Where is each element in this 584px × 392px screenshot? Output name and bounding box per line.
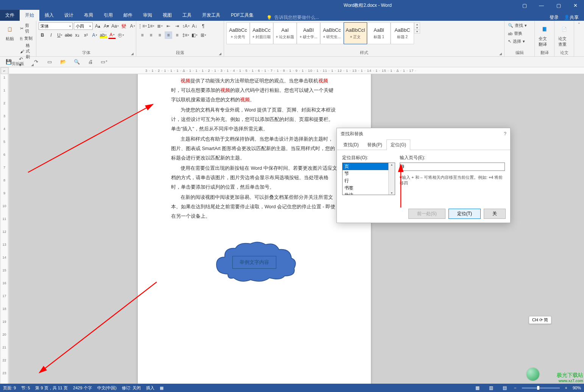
close-button[interactable]: ✕	[567, 0, 584, 11]
translate-button[interactable]: 📘全文翻译	[537, 22, 552, 48]
styles-gallery[interactable]: AaBbCc+ 分类号AaBbCc+ 封面日期AaI+ 论文标题AaBI+ 硕士…	[226, 22, 502, 49]
replace-button[interactable]: ab替换	[507, 30, 523, 37]
shading-button[interactable]: ◧	[191, 31, 198, 39]
tab-home[interactable]: 开始	[20, 10, 39, 21]
align-right-button[interactable]: ≡	[156, 31, 164, 39]
select-button[interactable]: ↖选择 ▾	[507, 38, 526, 45]
style-item[interactable]: AaBbCc+ 研究生...	[320, 22, 344, 44]
tab-tools[interactable]: 工具	[177, 10, 197, 21]
open-button[interactable]: 📂	[60, 59, 67, 65]
read-mode-button[interactable]: ▦	[473, 384, 481, 391]
previous-button[interactable]: 前一处(S)	[408, 209, 445, 219]
vertical-ruler[interactable]: 1123456789101112131415161718192021222324…	[1, 74, 8, 384]
show-marks-button[interactable]: ¶	[199, 22, 207, 30]
style-item[interactable]: AaBbC标题 2	[391, 22, 414, 44]
tab-references[interactable]: 引用	[98, 10, 118, 21]
cut-button[interactable]: ✂剪切	[19, 22, 34, 34]
align-center-button[interactable]: ≡	[147, 31, 155, 39]
bold-button[interactable]: B	[39, 31, 46, 39]
document-page[interactable]: 视频提供了功能强大的方法帮助您证明您的观点。当您单击联机视频时，可以在想要添加的…	[138, 74, 371, 384]
status-page-of[interactable]: 第 9 页，共 11 页	[35, 385, 68, 391]
clear-formatting-button[interactable]: A	[129, 22, 136, 30]
web-layout-button[interactable]: ▤	[500, 384, 509, 391]
status-section[interactable]: 节: 5	[21, 385, 30, 391]
tab-review[interactable]: 审阅	[138, 10, 157, 21]
tab-view[interactable]: 视图	[157, 10, 177, 21]
tab-developer[interactable]: 开发工具	[197, 10, 226, 21]
font-family-combo[interactable]: 宋体▾	[39, 22, 73, 30]
page-number-input[interactable]	[400, 163, 505, 171]
clipboard-launcher[interactable]: ◢	[31, 63, 34, 67]
styles-more-button[interactable]: ▴▾▾	[414, 22, 420, 34]
horizontal-ruler[interactable]: 3 · 1 · 2 · 1 · 1 · 1 · ∆ · 1 · 1 · 1 · …	[9, 67, 584, 74]
dialog-tab-find[interactable]: 查找(D)	[339, 139, 363, 150]
status-language[interactable]: 中文(中国)	[97, 385, 117, 391]
share-button[interactable]: 👤共享	[564, 14, 579, 21]
login-link[interactable]: 登录	[550, 14, 559, 21]
cloud-shape[interactable]: 举例文字内容	[209, 240, 300, 285]
close-dialog-button[interactable]: 关	[484, 209, 506, 219]
sort-button[interactable]: A↓	[191, 22, 198, 30]
grow-font-button[interactable]: A▴	[94, 22, 101, 30]
tell-me-search[interactable]: 💡 告诉我您想要做什么...	[266, 14, 319, 21]
tab-insert[interactable]: 插入	[39, 10, 59, 21]
paragraph-2[interactable]: 为使您的文档具有专业外观，Word 提供了页眉、页脚、封面和文本框设计，这些设计…	[171, 105, 338, 134]
tab-layout[interactable]: 布局	[79, 10, 98, 21]
new-button[interactable]: ▭	[46, 59, 53, 65]
style-item[interactable]: AaBbCcI+ 正文	[344, 22, 367, 44]
goto-target-option[interactable]: 页	[343, 163, 395, 170]
enclose-button[interactable]: ㊥	[117, 31, 125, 39]
italic-button[interactable]: I	[47, 31, 55, 39]
paste-button[interactable]: 📋 粘贴	[2, 22, 17, 42]
borders-button[interactable]: ⊞	[199, 31, 207, 39]
zoom-level[interactable]: 90%	[573, 386, 581, 390]
ime-indicator[interactable]: CH ⟳ 简	[529, 316, 551, 324]
zoom-in-button[interactable]: +	[565, 386, 567, 390]
print-layout-button[interactable]: ▥	[487, 384, 495, 391]
font-size-combo[interactable]: 小四▾	[74, 22, 93, 30]
status-word-count[interactable]: 2429 个字	[73, 385, 92, 391]
goto-target-option[interactable]: 书签	[343, 184, 395, 192]
style-item[interactable]: AaBbCc+ 封面日期	[250, 22, 273, 44]
shrink-font-button[interactable]: A▾	[103, 22, 110, 30]
print-button[interactable]: 🖨	[87, 59, 94, 65]
status-insert-mode[interactable]: 插入	[146, 385, 154, 391]
zoom-out-button[interactable]: −	[514, 386, 516, 390]
goto-target-option[interactable]: 批注	[343, 192, 395, 195]
tab-file[interactable]: 文件	[0, 10, 20, 21]
subscript-button[interactable]: x₂	[73, 31, 81, 39]
numbering-button[interactable]: 1≡	[147, 22, 155, 30]
print-preview-button[interactable]: 🔍	[73, 59, 80, 65]
tab-design[interactable]: 设计	[59, 10, 79, 21]
status-macro-icon[interactable]: ▦	[160, 386, 164, 390]
style-item[interactable]: AaBbCc+ 分类号	[226, 22, 250, 44]
distribute-button[interactable]: ≡	[173, 31, 181, 39]
styles-launcher[interactable]: ◢	[499, 52, 502, 56]
paragraph-5[interactable]: 在新的阅读视图中阅读更加容易。可以折叠文档某些部分并关注所需文本。如果在达到结尾…	[171, 193, 338, 221]
find-button[interactable]: 🔍查找 ▾	[507, 22, 528, 29]
paragraph-3[interactable]: 主题和样式也有助于文档保持协调。当您单击设计并选择新的主题时，图片、图表或 Sm…	[171, 135, 338, 163]
strikethrough-button[interactable]: abc	[65, 31, 72, 39]
justify-button[interactable]: ≡	[165, 31, 172, 39]
dialog-tab-replace[interactable]: 替换(P)	[363, 139, 386, 150]
multilevel-button[interactable]: ≣	[156, 22, 164, 30]
paragraph-1[interactable]: 视频提供了功能强大的方法帮助您证明您的观点。当您单击联机视频时，可以在想要添加的…	[171, 76, 338, 105]
collapse-ribbon-button[interactable]: ˄	[578, 22, 580, 27]
goto-target-option[interactable]: 节	[343, 170, 395, 177]
bullets-button[interactable]: ⋮≡	[139, 22, 146, 30]
plagiarism-check-button[interactable]: 📄论文查重	[557, 22, 572, 48]
font-launcher[interactable]: ◢	[131, 52, 134, 56]
font-color-button[interactable]: A	[108, 31, 116, 39]
tab-mail[interactable]: 邮件	[118, 10, 138, 21]
status-page[interactable]: 页面: 9	[3, 385, 16, 391]
underline-button[interactable]: U	[56, 31, 64, 39]
highlight-button[interactable]: ab	[100, 31, 107, 39]
dialog-help-button[interactable]: ?	[504, 131, 506, 136]
phonetic-guide-button[interactable]: 變	[120, 22, 128, 30]
cloud-textbox[interactable]: 举例文字内容	[232, 256, 276, 269]
paragraph-4[interactable]: 使用在需要位置出现的新按钮在 Word 中保存时间。若要更改图片适应文档的方式，…	[171, 164, 338, 192]
change-case-button[interactable]: Aa	[111, 22, 119, 30]
increase-indent-button[interactable]: ⇥	[173, 22, 181, 30]
style-item[interactable]: AaBl标题 1	[367, 22, 391, 44]
minimize-button[interactable]: —	[533, 0, 550, 11]
